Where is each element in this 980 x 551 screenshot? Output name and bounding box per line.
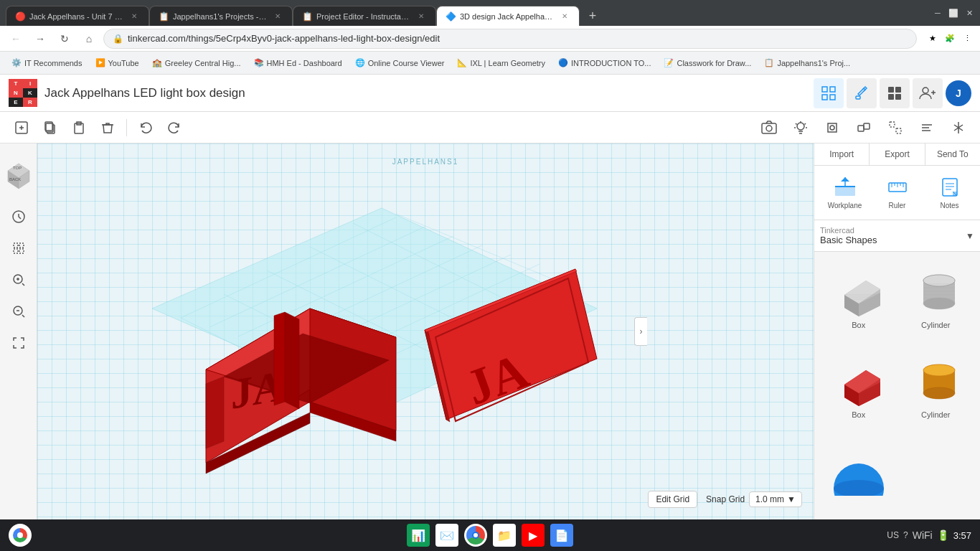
svg-rect-1: [830, 87, 835, 92]
header-right-buttons: J: [814, 78, 971, 108]
bookmark-hmh-label: HMH Ed - Dashboard: [267, 59, 342, 67]
reset-view-button[interactable]: [6, 204, 32, 230]
bookmark-classwork[interactable]: 📝 Classwork for Draw...: [658, 56, 757, 70]
tab-4[interactable]: 🔷 3D design Jack Appelhans LED... ✕: [436, 6, 580, 26]
bookmark-ixl[interactable]: 📐 IXL | Learn Geometry: [451, 56, 551, 70]
grey-cylinder-shape[interactable]: Cylinder: [900, 260, 972, 344]
light-button[interactable]: [788, 115, 814, 141]
bookmark-classwork-label: Classwork for Draw...: [677, 59, 751, 67]
snap-grid-label: Snap Grid: [706, 494, 745, 504]
panel-collapse-button[interactable]: ›: [634, 317, 647, 346]
camera-button[interactable]: [756, 115, 782, 141]
forward-button[interactable]: →: [30, 29, 50, 49]
extensions-icon[interactable]: 🧩: [943, 32, 957, 46]
shape-tool-button[interactable]: [819, 115, 845, 141]
design-canvas: JA JA: [37, 143, 814, 519]
snap-value-selector[interactable]: 1.0 mm ▼: [749, 491, 802, 507]
sheets-app-icon[interactable]: 📊: [407, 524, 430, 547]
zoom-in-button[interactable]: [6, 267, 32, 293]
ungroup-button[interactable]: [882, 115, 908, 141]
send-to-button[interactable]: Send To: [925, 143, 980, 165]
tab-1-close[interactable]: ✕: [128, 11, 140, 22]
menu-icon[interactable]: ⋮: [960, 32, 974, 46]
bookmark-intro[interactable]: 🔵 INTRODUCTION TO...: [552, 56, 656, 70]
tab-1-title: Jack Appelhans - Unit 7 Vietnam...: [29, 12, 124, 21]
back-button[interactable]: ←: [6, 29, 26, 49]
youtube-app-icon[interactable]: ▶: [522, 524, 545, 547]
drive-app-icon[interactable]: 📁: [493, 524, 516, 547]
copy-button[interactable]: [37, 115, 63, 141]
tab-2[interactable]: 📋 Jappelhans1's Projects - Instruc... ✕: [149, 6, 293, 26]
taskbar: 📊 ✉️ 📁 ▶ 📄: [0, 519, 980, 551]
keyboard-layout: US: [887, 530, 899, 540]
fit-all-button[interactable]: [6, 330, 32, 356]
main-content: T I N K E R Jack Appelhans LED light box…: [0, 75, 980, 519]
zoom-out-button[interactable]: [6, 298, 32, 324]
address-bar: ← → ↻ ⌂ 🔒 tinkercad.com/things/5eCrp4xBy…: [0, 26, 980, 52]
new-tab-button[interactable]: +: [583, 6, 603, 26]
group-button[interactable]: [851, 115, 877, 141]
new-shape-button[interactable]: [9, 115, 34, 141]
tab-3[interactable]: 📋 Project Editor - Instructables ✕: [293, 6, 436, 26]
bookmark-ocv-icon: 🌐: [355, 58, 365, 67]
url-bar[interactable]: 🔒 tinkercad.com/things/5eCrp4xByv0-jack-…: [103, 29, 917, 49]
import-export-bar: Import Export Send To: [814, 143, 980, 166]
bookmark-hmh[interactable]: 📚 HMH Ed - Dashboard: [248, 56, 348, 70]
grey-box-shape[interactable]: Box: [823, 260, 895, 344]
red-box-shape[interactable]: Box: [823, 350, 895, 434]
bookmarks-icon[interactable]: ★: [925, 32, 940, 46]
bookmark-greeley-label: Greeley Central Hig...: [165, 59, 241, 67]
paste-button[interactable]: [66, 115, 92, 141]
tab-2-close[interactable]: ✕: [272, 11, 283, 22]
tab-3-close[interactable]: ✕: [415, 11, 427, 22]
close-window-button[interactable]: ✕: [964, 8, 974, 18]
orange-cylinder-shape[interactable]: Cylinder: [900, 350, 972, 434]
ruler-tool-button[interactable]: Ruler: [872, 171, 922, 214]
docs-app-icon[interactable]: 📄: [550, 524, 573, 547]
chrome-app-icon[interactable]: [464, 524, 487, 547]
export-button[interactable]: Export: [870, 143, 925, 165]
bookmark-hmh-icon: 📚: [254, 58, 264, 67]
shapes-library-button[interactable]: [880, 78, 910, 108]
svg-rect-4: [856, 96, 860, 99]
bookmark-youtube[interactable]: ▶️ YouTube: [90, 56, 145, 70]
user-avatar[interactable]: J: [946, 80, 971, 106]
gmail-app-icon[interactable]: ✉️: [435, 524, 458, 547]
select-all-button[interactable]: [6, 235, 32, 261]
logo-e: E: [9, 98, 23, 107]
blue-sphere-shape[interactable]: [823, 440, 895, 511]
launcher-button[interactable]: [9, 524, 32, 547]
orange-cylinder-label: Cylinder: [921, 410, 950, 419]
workplane-tool-button[interactable]: Workplane: [820, 171, 870, 214]
tab-1[interactable]: 🔴 Jack Appelhans - Unit 7 Vietnam... ✕: [6, 6, 149, 26]
bookmark-it-recommends[interactable]: ⚙️ IT Recommends: [6, 56, 88, 70]
edit-grid-button[interactable]: Edit Grid: [648, 491, 697, 508]
import-button[interactable]: Import: [814, 143, 870, 165]
tinkercad-logo[interactable]: T I N K E R: [9, 79, 37, 108]
mirror-button[interactable]: [946, 115, 971, 141]
logo-n: N: [9, 88, 23, 98]
hammer-tool-button[interactable]: [847, 78, 877, 108]
bookmark-ixl-label: IXL | Learn Geometry: [470, 59, 545, 67]
tab-4-close[interactable]: ✕: [559, 11, 570, 22]
grid-view-button[interactable]: [814, 78, 844, 108]
maximize-button[interactable]: ⬜: [948, 8, 958, 18]
snap-dropdown-arrow: ▼: [787, 494, 796, 504]
delete-button[interactable]: [95, 115, 121, 141]
redo-button[interactable]: [161, 115, 187, 141]
bookmark-japp-proj[interactable]: 📋 Jappelhans1's Proj...: [758, 56, 856, 70]
notes-tool-button[interactable]: Notes: [925, 171, 974, 214]
bookmark-ocv[interactable]: 🌐 Online Course Viewer: [349, 56, 451, 70]
cube-navigator[interactable]: TOP BACK: [0, 149, 40, 192]
shapes-category-dropdown[interactable]: Tinkercad Basic Shapes ▼: [814, 220, 980, 252]
minimize-button[interactable]: ─: [933, 8, 943, 18]
gmail-icon: ✉️: [440, 529, 454, 542]
add-user-button[interactable]: [913, 78, 943, 108]
bookmark-greeley[interactable]: 🏫 Greeley Central Hig...: [146, 56, 247, 70]
home-button[interactable]: ⌂: [79, 29, 99, 49]
reload-button[interactable]: ↻: [55, 29, 75, 49]
3d-viewport[interactable]: JA JA: [37, 143, 814, 519]
undo-button[interactable]: [133, 115, 159, 141]
svg-text:BACK: BACK: [9, 177, 21, 182]
align-button[interactable]: [914, 115, 940, 141]
